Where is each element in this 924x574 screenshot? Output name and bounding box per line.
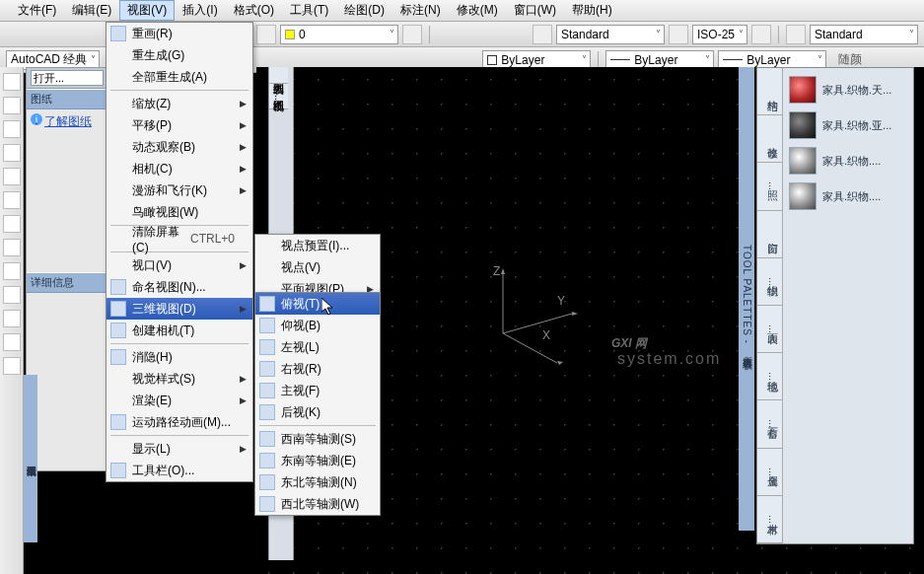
palette-content: 家具.织物.天... 家具.织物.亚... 家具.织物.... 家具.织物...… [783, 68, 913, 543]
toolpalette-title-strip[interactable]: TOOL PALETTES - 所有选项板 [739, 67, 754, 531]
sheettab-views[interactable]: 图纸视图... [269, 84, 288, 109]
menu-help[interactable]: 帮助(H) [564, 0, 620, 21]
palette-tab[interactable]: 结构 [757, 68, 782, 115]
material-item[interactable]: 家具.织物.天... [787, 72, 909, 108]
nwiso-icon [259, 496, 275, 512]
menu-camera[interactable]: 相机(C) [107, 158, 252, 179]
menu-viewports[interactable]: 视口(V) [107, 254, 252, 276]
dimstyle-combo[interactable]: ISO-25 [692, 25, 747, 44]
3dviews-submenu-top: 视点预置(I)... 视点(V) 平面视图(P) [254, 234, 381, 301]
menu-display[interactable]: 显示(L) [107, 438, 252, 460]
material-item[interactable]: 家具.织物.... [787, 179, 909, 214]
misc-icon[interactable] [3, 357, 21, 375]
menu-top-view[interactable]: 俯视(T) [255, 293, 380, 315]
menu-bottom-view[interactable]: 仰视(B) [255, 315, 380, 336]
menu-modify[interactable]: 修改(M) [449, 0, 506, 21]
textstyle-combo[interactable]: Standard [556, 25, 665, 44]
menu-orbit[interactable]: 动态观察(B) [107, 136, 252, 158]
swiso-icon [259, 431, 275, 447]
palette-tab[interactable]: 蓄石... [757, 400, 782, 448]
menu-dimension[interactable]: 标注(N) [392, 0, 449, 21]
menu-regenall[interactable]: 全部重生成(A) [107, 66, 252, 88]
menu-view[interactable]: 视图(V) [119, 0, 175, 21]
menu-regen[interactable]: 重生成(G) [107, 44, 252, 66]
menu-insert[interactable]: 插入(I) [175, 0, 225, 21]
sheetset-section-details[interactable]: 详细信息 [27, 272, 107, 293]
menu-namedviews[interactable]: 命名视图(N)... [107, 276, 252, 298]
tool-icon[interactable] [751, 25, 771, 44]
polyline-icon[interactable] [3, 97, 21, 114]
point-icon[interactable] [3, 286, 21, 304]
palette-tab[interactable]: 表面... [757, 306, 782, 353]
topview-icon [259, 296, 275, 312]
menu-right-view[interactable]: 右视(R) [255, 358, 380, 380]
menu-walkfly[interactable]: 漫游和飞行(K) [107, 179, 252, 201]
palette-tab[interactable]: 木材... [757, 496, 782, 543]
tablestyle-combo[interactable]: Standard [810, 25, 918, 44]
menu-edit[interactable]: 编辑(E) [64, 0, 119, 21]
menu-createcamera[interactable]: 创建相机(T) [107, 320, 252, 341]
palette-tab[interactable]: 地毯... [757, 353, 782, 400]
menu-render[interactable]: 渲染(E) [107, 390, 252, 411]
menu-visualstyles[interactable]: 视觉样式(S) [107, 368, 252, 390]
menu-draw[interactable]: 绘图(D) [336, 0, 392, 21]
menu-ne-iso[interactable]: 东北等轴测(N) [255, 471, 380, 493]
block-icon[interactable] [3, 262, 21, 280]
layer-combo[interactable]: 0 [280, 25, 398, 44]
material-item[interactable]: 家具.织物.... [787, 143, 909, 179]
menu-motionpath[interactable]: 运动路径动画(M)... [107, 411, 252, 433]
palette-tab[interactable]: 金属... [757, 449, 782, 496]
ellipse-icon[interactable] [3, 191, 21, 209]
palette-tabs: 结构 修改 照... 门窗 织物... 表面... 地毯... 蓄石... 金属… [757, 68, 783, 543]
hatch-icon[interactable] [3, 215, 21, 233]
sheetset-open-input[interactable] [31, 70, 104, 86]
palette-tab[interactable]: 门窗 [757, 211, 782, 258]
tool-icon[interactable] [533, 25, 552, 44]
circle-icon[interactable] [3, 120, 21, 138]
menu-back-view[interactable]: 后视(K) [255, 401, 380, 423]
menu-viewpoint[interactable]: 视点(V) [255, 256, 380, 278]
palette-tab[interactable]: 修改 [757, 115, 782, 163]
line-icon[interactable] [3, 73, 21, 91]
menu-pan[interactable]: 平移(P) [107, 114, 252, 136]
sheettab-list[interactable]: 图纸列表 [269, 67, 288, 84]
menu-redraw[interactable]: 重画(R) [107, 23, 252, 44]
sheetset-strip[interactable]: 图纸集管理器 [24, 375, 37, 542]
svg-marker-5 [557, 361, 563, 365]
menu-window[interactable]: 窗口(W) [506, 0, 564, 21]
sheetset-section-sheets[interactable]: 图纸 [27, 89, 107, 109]
menu-toolbars[interactable]: 工具栏(O)... [107, 460, 252, 481]
tool-icon[interactable] [786, 25, 806, 44]
menu-left-view[interactable]: 左视(L) [255, 336, 380, 358]
menu-file[interactable]: 文件(F) [10, 0, 64, 21]
rectangle-icon[interactable] [3, 168, 21, 185]
menu-nw-iso[interactable]: 西北等轴测(W) [255, 493, 380, 515]
material-label: 家具.织物.亚... [822, 118, 891, 133]
color-value: ByLayer [501, 53, 544, 67]
menu-aerial[interactable]: 鸟瞰视图(W) [107, 201, 252, 223]
menu-3dviews[interactable]: 三维视图(D) [107, 298, 252, 320]
table-icon[interactable] [3, 333, 21, 351]
menu-format[interactable]: 格式(O) [226, 0, 282, 21]
menu-viewpoint-preset[interactable]: 视点预置(I)... [255, 235, 380, 256]
tool-icon[interactable] [402, 25, 422, 44]
menubar: 文件(F) 编辑(E) 视图(V) 插入(I) 格式(O) 工具(T) 绘图(D… [0, 0, 924, 22]
palette-tab[interactable]: 织物... [757, 258, 782, 306]
menu-tools[interactable]: 工具(T) [282, 0, 336, 21]
tool-icon[interactable] [256, 25, 276, 44]
menu-cleanscreen[interactable]: 清除屏幕(C)CTRL+0 [107, 228, 252, 250]
menu-front-view[interactable]: 主视(F) [255, 380, 380, 401]
menu-se-iso[interactable]: 东南等轴测(E) [255, 450, 380, 471]
menu-sw-iso[interactable]: 西南等轴测(S) [255, 428, 380, 450]
region-icon[interactable] [3, 310, 21, 327]
material-swatch [789, 147, 817, 175]
palette-tab[interactable]: 照... [757, 163, 782, 210]
sheetset-help-link[interactable]: i了解图纸 [27, 109, 107, 134]
menu-zoom[interactable]: 缩放(Z) [107, 93, 252, 114]
tool-icon[interactable] [669, 25, 688, 44]
material-item[interactable]: 家具.织物.亚... [787, 108, 909, 143]
arc-icon[interactable] [3, 144, 21, 162]
menu-hide[interactable]: 消隐(H) [107, 346, 252, 368]
text-icon[interactable] [3, 239, 21, 256]
leftview-icon [259, 339, 275, 355]
